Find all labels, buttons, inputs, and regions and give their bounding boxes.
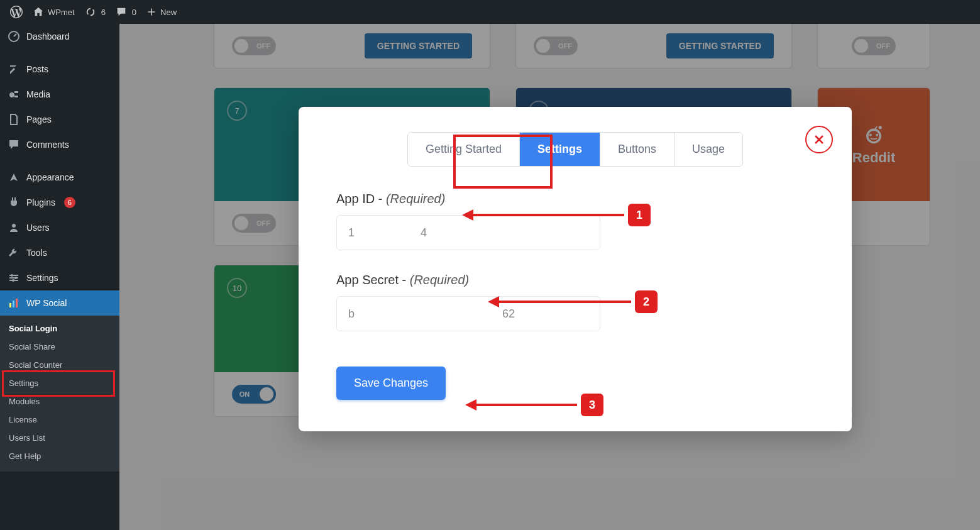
menu-media[interactable]: Media bbox=[0, 82, 119, 107]
submenu-license[interactable]: License bbox=[0, 411, 119, 429]
menu-wpsocial[interactable]: WP Social bbox=[0, 290, 119, 316]
new-label: New bbox=[160, 8, 177, 17]
menu-plugins[interactable]: Plugins 6 bbox=[0, 190, 119, 215]
modal-tabs: Getting Started Settings Buttons Usage bbox=[407, 132, 743, 167]
site-name: WPmet bbox=[48, 8, 75, 17]
submenu-social-counter[interactable]: Social Counter bbox=[0, 356, 119, 374]
menu-comments[interactable]: Comments bbox=[0, 132, 119, 157]
menu-posts[interactable]: Posts bbox=[0, 57, 119, 82]
settings-modal: Getting Started Settings Buttons Usage A… bbox=[299, 107, 852, 431]
plugins-badge: 6 bbox=[64, 197, 75, 208]
menu-appearance[interactable]: Appearance bbox=[0, 165, 119, 190]
admin-sidebar: Dashboard Posts Media Pages Comments App… bbox=[0, 24, 119, 530]
tab-getting-started[interactable]: Getting Started bbox=[408, 133, 520, 166]
svg-rect-11 bbox=[16, 299, 18, 307]
submenu-users-list[interactable]: Users List bbox=[0, 429, 119, 447]
submenu-settings[interactable]: Settings bbox=[0, 374, 119, 392]
menu-pages[interactable]: Pages bbox=[0, 107, 119, 132]
tab-settings[interactable]: Settings bbox=[520, 133, 600, 166]
svg-rect-9 bbox=[9, 303, 11, 307]
submenu-get-help[interactable]: Get Help bbox=[0, 447, 119, 465]
svg-rect-10 bbox=[13, 301, 14, 307]
svg-point-7 bbox=[14, 277, 17, 279]
wpsocial-submenu: Social Login Social Share Social Counter… bbox=[0, 316, 119, 472]
svg-point-1 bbox=[9, 92, 14, 97]
comments-link[interactable]: 0 bbox=[111, 0, 141, 24]
wp-logo[interactable] bbox=[5, 0, 28, 24]
app-id-input[interactable] bbox=[336, 215, 600, 250]
menu-settings[interactable]: Settings bbox=[0, 265, 119, 290]
svg-point-2 bbox=[12, 224, 16, 228]
menu-users[interactable]: Users bbox=[0, 215, 119, 240]
svg-point-8 bbox=[12, 279, 14, 282]
app-secret-label: App Secret - (Required) bbox=[336, 273, 814, 287]
app-secret-input[interactable] bbox=[336, 296, 600, 331]
modal-close-button[interactable] bbox=[805, 126, 833, 153]
app-id-label: App ID - (Required) bbox=[336, 192, 814, 206]
menu-tools[interactable]: Tools bbox=[0, 240, 119, 265]
menu-dashboard[interactable]: Dashboard bbox=[0, 24, 119, 49]
updates-count: 6 bbox=[101, 8, 106, 17]
submenu-modules[interactable]: Modules bbox=[0, 392, 119, 411]
svg-point-6 bbox=[11, 274, 13, 277]
site-name-link[interactable]: WPmet bbox=[28, 0, 80, 24]
updates-link[interactable]: 6 bbox=[80, 0, 111, 24]
save-changes-button[interactable]: Save Changes bbox=[336, 367, 446, 400]
new-content-link[interactable]: New bbox=[141, 0, 182, 24]
submenu-social-share[interactable]: Social Share bbox=[0, 338, 119, 356]
tab-buttons[interactable]: Buttons bbox=[600, 133, 674, 166]
comments-count: 0 bbox=[132, 8, 136, 17]
admin-bar: WPmet 6 0 New bbox=[0, 0, 980, 24]
tab-usage[interactable]: Usage bbox=[674, 133, 742, 166]
submenu-social-login[interactable]: Social Login bbox=[0, 319, 119, 338]
